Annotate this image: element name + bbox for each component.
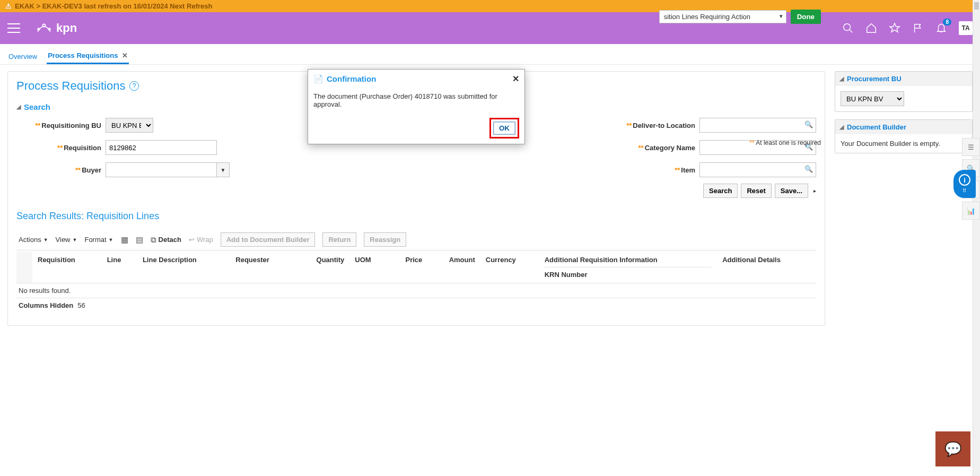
done-button[interactable]: Done	[791, 10, 821, 24]
label-requisitioning-bu: **Requisitioning BU	[16, 122, 101, 129]
document-builder-panel: ◢Document Builder Your Document Builder …	[835, 119, 973, 153]
svg-point-1	[38, 28, 39, 30]
reset-button[interactable]: Reset	[741, 184, 771, 198]
col-krn-number: KRN Number	[545, 267, 712, 279]
dots-icon: ⠿	[962, 188, 967, 194]
star-icon[interactable]	[889, 22, 900, 34]
notification-badge: 8	[943, 19, 951, 25]
detach-icon: ⧉	[151, 235, 156, 245]
buyer-input[interactable]	[106, 162, 217, 177]
svg-point-2	[49, 28, 50, 30]
item-input[interactable]	[699, 162, 816, 177]
collapse-icon[interactable]: ◢	[839, 124, 844, 131]
col-line[interactable]: Line	[102, 252, 137, 283]
format-menu[interactable]: Format▼	[84, 236, 113, 244]
flag-icon[interactable]	[912, 22, 924, 34]
col-addl-details[interactable]: Additional Details	[717, 252, 816, 283]
search-button[interactable]: Search	[703, 184, 738, 198]
warning-text: EKAK > EKAK-DEV3 last refresh on 16/01/2…	[15, 2, 212, 10]
brand-logo[interactable]: kpn	[35, 19, 77, 37]
label-deliver-to: **Deliver-to Location	[610, 122, 695, 129]
confirm-icon: 📄	[313, 74, 323, 84]
tab-process-requisitions[interactable]: Process Requisitions ✕	[47, 48, 129, 64]
crown-icon	[35, 19, 53, 37]
svg-point-3	[844, 24, 851, 31]
label-buyer: **Buyer	[16, 166, 101, 174]
wrap-icon: ↩	[189, 236, 195, 244]
at-least-text: ** At least one is required	[749, 139, 821, 146]
label-requisition: **Requisition	[16, 144, 101, 152]
col-uom[interactable]: UOM	[349, 252, 388, 283]
tab-overview[interactable]: Overview	[7, 49, 38, 64]
ok-highlight: OK	[489, 118, 519, 139]
col-line-description[interactable]: Line Description	[137, 252, 230, 283]
col-requisition[interactable]: Requisition	[32, 252, 102, 283]
info-icon: i	[959, 174, 970, 186]
warning-icon: ⚠	[5, 2, 12, 10]
save-button[interactable]: Save...	[775, 184, 808, 198]
collapse-icon: ◢	[16, 103, 21, 110]
col-price[interactable]: Price	[388, 252, 428, 283]
search-lov-icon[interactable]: 🔍	[804, 120, 813, 128]
columns-hidden-row: Columns Hidden56	[16, 298, 816, 313]
menu-icon[interactable]	[7, 23, 20, 33]
notifications-button[interactable]: 8	[935, 22, 947, 35]
procurement-bu-select[interactable]: BU KPN BV	[841, 91, 904, 106]
search-icon[interactable]	[842, 22, 854, 34]
col-amount[interactable]: Amount	[427, 252, 480, 283]
expand-icon[interactable]: ▸	[813, 188, 816, 194]
results-table: Requisition Line Line Description Reques…	[16, 252, 816, 283]
collapse-icon[interactable]: ◢	[839, 75, 844, 82]
dialog-title: Confirmation	[327, 74, 376, 83]
rail-page-icon[interactable]: ☰	[962, 138, 980, 156]
detach-button[interactable]: ⧉Detach	[151, 235, 181, 245]
user-avatar[interactable]: TA	[959, 21, 973, 35]
wrap-button[interactable]: ↩Wrap	[189, 236, 213, 244]
rail-chart-icon[interactable]: 📊	[962, 202, 980, 220]
procurement-bu-panel: ◢Procurement BU BU KPN BV	[835, 71, 973, 112]
view-menu[interactable]: View▼	[56, 236, 77, 244]
reassign-button[interactable]: Reassign	[364, 232, 406, 247]
columns-icon[interactable]: ▤	[136, 235, 143, 245]
results-toolbar: Actions▼ View▼ Format▼ ▦ ▤ ⧉Detach ↩Wrap…	[16, 229, 816, 250]
requisition-input[interactable]	[106, 140, 217, 155]
actions-menu[interactable]: Actions▼	[19, 236, 48, 244]
col-addl-req-info[interactable]: Additional Requisition Information KRN N…	[539, 252, 717, 283]
confirmation-dialog: 📄 Confirmation ✕ The document (Purchase …	[308, 69, 525, 144]
label-category-name: **Category Name	[610, 144, 695, 152]
page-tabs: Overview Process Requisitions ✕	[0, 44, 980, 65]
label-item: **Item	[610, 166, 695, 174]
help-icon[interactable]: ?	[129, 81, 139, 91]
app-header: kpn 8 TA	[0, 12, 980, 44]
view-selector[interactable]: sition Lines Requiring Action	[659, 10, 786, 23]
doc-builder-empty-text: Your Document Builder is empty.	[841, 140, 967, 148]
deliver-to-input[interactable]	[699, 118, 816, 133]
return-button[interactable]: Return	[322, 232, 356, 247]
environment-warning-bar: ⚠ EKAK > EKAK-DEV3 last refresh on 16/01…	[0, 0, 980, 12]
close-tab-icon[interactable]: ✕	[122, 51, 128, 59]
dialog-message: The document (Purchase Order) 4018710 wa…	[308, 88, 524, 115]
ok-button[interactable]: OK	[493, 122, 515, 135]
home-icon[interactable]	[865, 22, 877, 34]
buyer-dropdown-button[interactable]: ▼	[217, 162, 230, 177]
close-icon[interactable]: ✕	[512, 74, 519, 84]
search-lov-icon[interactable]: 🔍	[804, 165, 813, 173]
help-widget[interactable]: i ⠿	[953, 170, 976, 198]
col-requester[interactable]: Requester	[230, 252, 294, 283]
no-results-text: No results found.	[16, 283, 816, 298]
freeze-icon[interactable]: ▦	[121, 235, 128, 245]
results-title: Search Results: Requisition Lines	[16, 211, 816, 222]
col-currency[interactable]: Currency	[480, 252, 539, 283]
brand-text: kpn	[56, 21, 77, 35]
add-to-doc-builder-button[interactable]: Add to Document Builder	[221, 232, 316, 247]
col-quantity[interactable]: Quantity	[294, 252, 350, 283]
requisitioning-bu-select[interactable]: BU KPN BV	[106, 118, 153, 133]
